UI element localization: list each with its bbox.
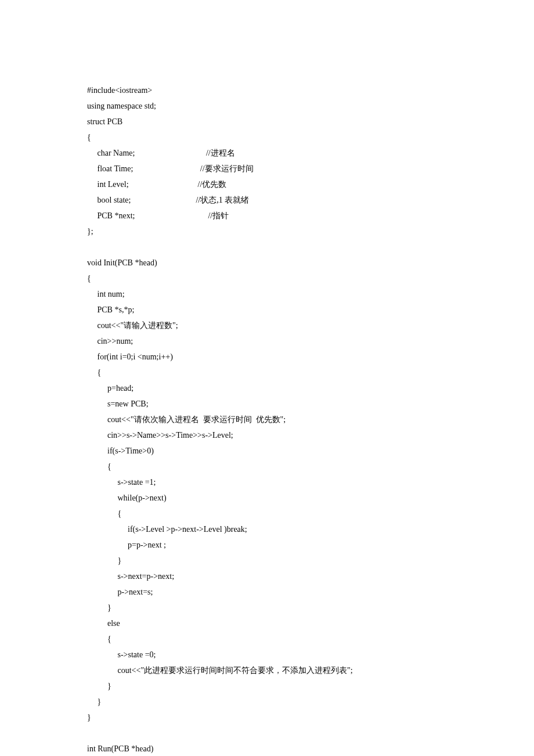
code-line: for(int i=0;i <num;i++) — [87, 352, 173, 361]
code-line: s->state =0; — [87, 650, 156, 659]
code-line: int num; — [87, 290, 125, 298]
code-line: else — [87, 619, 120, 628]
code-line: { — [87, 274, 91, 283]
code-page: #include<iostream> using namespace std; … — [0, 0, 534, 756]
code-line: p->next=s; — [87, 588, 153, 596]
code-line: using namespace std; — [87, 102, 156, 110]
code-line: if(s->Time>0) — [87, 447, 154, 455]
code-line: { — [87, 462, 111, 471]
code-line: { — [87, 635, 111, 643]
code-line: s=new PCB; — [87, 399, 149, 408]
code-line: } — [87, 697, 101, 706]
code-line: cout<<"此进程要求运行时间时间不符合要求，不添加入进程列表"; — [87, 666, 353, 675]
code-line: } — [87, 682, 111, 690]
code-line: p=head; — [87, 384, 134, 393]
code-line: s->next=p->next; — [87, 572, 174, 581]
code-line: void Init(PCB *head) — [87, 258, 157, 267]
code-line: bool state; //状态,1 表就绪 — [87, 196, 249, 204]
code-line: if(s->Level >p->next->Level )break; — [87, 525, 247, 534]
code-line: PCB *s,*p; — [87, 305, 134, 314]
code-line: while(p->next) — [87, 494, 167, 502]
code-line: { — [87, 133, 91, 142]
code-line: }; — [87, 227, 93, 236]
code-line: int Level; //优先数 — [87, 180, 226, 189]
code-line: cout<<"请依次输入进程名 要求运行时间 优先数"; — [87, 415, 286, 424]
code-line: p=p->next ; — [87, 541, 166, 549]
code-line: float Time; //要求运行时间 — [87, 164, 254, 173]
code-line: int Run(PCB *head) — [87, 744, 153, 753]
code-line: PCB *next; //指针 — [87, 211, 229, 220]
code-line: { — [87, 368, 101, 377]
code-line: cout<<"请输入进程数"; — [87, 321, 178, 330]
code-line: cin>>s->Name>>s->Time>>s->Level; — [87, 431, 233, 440]
code-line: } — [87, 556, 121, 565]
code-line: } — [87, 713, 91, 722]
code-line: char Name; //进程名 — [87, 149, 235, 157]
code-line: { — [87, 509, 121, 518]
code-line: } — [87, 603, 111, 612]
code-line: #include<iostream> — [87, 86, 152, 95]
code-line: cin>>num; — [87, 337, 133, 345]
code-line: s->state =1; — [87, 478, 156, 487]
code-line: struct PCB — [87, 117, 122, 126]
